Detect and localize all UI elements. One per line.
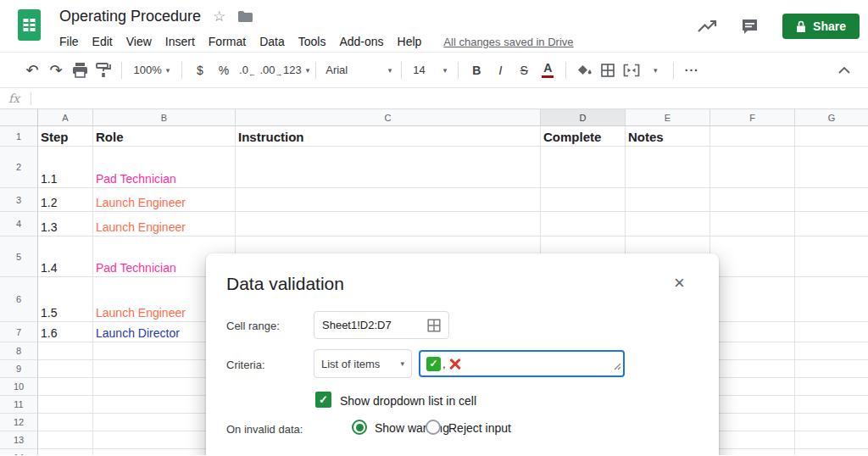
font-family-select[interactable]: Arial ▾ bbox=[322, 58, 395, 82]
menu-file[interactable]: File bbox=[58, 33, 86, 50]
share-button[interactable]: Share bbox=[782, 14, 860, 39]
print-button[interactable] bbox=[68, 58, 92, 82]
row-header[interactable]: 5 bbox=[0, 236, 38, 277]
reject-input-radio[interactable] bbox=[426, 420, 441, 435]
cell-d3[interactable] bbox=[541, 188, 626, 212]
cell-g2[interactable] bbox=[795, 147, 868, 188]
cell-f3[interactable] bbox=[710, 188, 795, 212]
cell[interactable] bbox=[795, 414, 868, 431]
col-header-c[interactable]: C bbox=[236, 109, 541, 126]
star-icon[interactable]: ☆ bbox=[213, 9, 225, 24]
increase-decimal-button[interactable]: .00 → bbox=[259, 58, 283, 82]
col-header-a[interactable]: A bbox=[38, 109, 93, 126]
borders-button[interactable] bbox=[596, 58, 620, 82]
cell-b2[interactable]: Pad Technician bbox=[93, 147, 236, 188]
cell[interactable] bbox=[38, 431, 93, 449]
col-header-e[interactable]: E bbox=[626, 109, 710, 126]
row-header[interactable]: 6 bbox=[0, 277, 38, 322]
zoom-select[interactable]: 100% ▾ bbox=[128, 58, 175, 82]
cell[interactable] bbox=[710, 342, 795, 360]
cell[interactable] bbox=[38, 342, 93, 360]
saved-status[interactable]: All changes saved in Drive bbox=[443, 36, 573, 48]
menu-format[interactable]: Format bbox=[202, 33, 253, 50]
cell-range-input[interactable]: Sheet1!D2:D7 bbox=[314, 311, 449, 339]
row-header[interactable]: 8 bbox=[0, 342, 38, 360]
cell[interactable] bbox=[38, 378, 93, 396]
col-header-f[interactable]: F bbox=[710, 109, 795, 126]
cell-f5[interactable] bbox=[710, 236, 795, 277]
row-header[interactable]: 3 bbox=[0, 188, 38, 212]
select-all-corner[interactable] bbox=[0, 109, 38, 126]
row-header[interactable]: 2 bbox=[0, 147, 38, 188]
col-header-g[interactable]: G bbox=[795, 109, 868, 126]
menu-addons[interactable]: Add-ons bbox=[332, 33, 390, 50]
cell[interactable] bbox=[710, 378, 795, 396]
row-header[interactable]: 7 bbox=[0, 322, 38, 342]
cell-g5[interactable] bbox=[795, 236, 868, 277]
menu-view[interactable]: View bbox=[120, 33, 159, 50]
cell[interactable] bbox=[710, 449, 795, 455]
col-header-d-selected[interactable]: D bbox=[541, 109, 626, 126]
cell-a4[interactable]: 1.3 bbox=[38, 212, 93, 236]
more-toolbar-button[interactable]: ··· bbox=[680, 58, 704, 82]
explore-stats-button[interactable] bbox=[697, 19, 719, 34]
cell-g1[interactable] bbox=[795, 126, 868, 147]
paint-format-button[interactable] bbox=[92, 58, 115, 82]
formula-input[interactable] bbox=[38, 88, 868, 108]
cell[interactable] bbox=[710, 360, 795, 378]
text-color-button[interactable]: A bbox=[536, 58, 559, 82]
format-currency-button[interactable]: $ bbox=[188, 58, 212, 82]
resize-handle-icon[interactable] bbox=[614, 359, 621, 374]
row-header[interactable]: 11 bbox=[0, 396, 38, 414]
row-header[interactable]: 12 bbox=[0, 414, 38, 431]
cell[interactable] bbox=[38, 414, 93, 431]
cell-f6[interactable] bbox=[710, 277, 795, 322]
bold-button[interactable]: B bbox=[465, 58, 488, 82]
criteria-items-input[interactable]: ✓ , bbox=[419, 350, 625, 377]
cell[interactable] bbox=[795, 360, 868, 378]
menu-edit[interactable]: Edit bbox=[86, 33, 120, 50]
row-header[interactable]: 1 bbox=[0, 126, 38, 147]
criteria-type-select[interactable]: List of items ▾ bbox=[314, 349, 412, 378]
cell-d2[interactable] bbox=[541, 147, 626, 188]
format-percent-button[interactable]: % bbox=[212, 58, 236, 82]
cell-a1[interactable]: Step bbox=[38, 126, 93, 147]
sheets-logo-icon[interactable] bbox=[18, 9, 41, 44]
cell-d4[interactable] bbox=[541, 212, 626, 236]
collapse-toolbar-button[interactable] bbox=[832, 58, 856, 82]
show-warning-radio[interactable] bbox=[352, 420, 367, 435]
cell-a5[interactable]: 1.4 bbox=[38, 236, 93, 277]
row-header[interactable]: 13 bbox=[0, 431, 38, 449]
show-dropdown-checkbox[interactable]: ✓ bbox=[315, 392, 331, 408]
merge-cells-button[interactable] bbox=[620, 58, 643, 82]
font-size-select[interactable]: 14 ▾ bbox=[408, 58, 452, 82]
cell-g7[interactable] bbox=[795, 322, 868, 342]
cell[interactable] bbox=[795, 378, 868, 396]
cell-f4[interactable] bbox=[710, 212, 795, 236]
comments-button[interactable] bbox=[741, 18, 759, 36]
cell-c3[interactable] bbox=[236, 188, 541, 212]
cell-b3[interactable]: Launch Engineer bbox=[93, 188, 236, 212]
row-header[interactable]: 9 bbox=[0, 360, 38, 378]
cell[interactable] bbox=[38, 396, 93, 414]
close-icon[interactable]: × bbox=[674, 274, 685, 292]
grid-picker-icon[interactable] bbox=[427, 319, 441, 332]
cell-b1[interactable]: Role bbox=[93, 126, 236, 147]
cell-a7[interactable]: 1.6 bbox=[38, 322, 93, 342]
row-header[interactable]: 14 bbox=[0, 449, 38, 455]
cell-g6[interactable] bbox=[795, 277, 868, 322]
cell-g3[interactable] bbox=[795, 188, 868, 212]
cell[interactable] bbox=[710, 396, 795, 414]
menu-help[interactable]: Help bbox=[391, 33, 429, 50]
fill-color-button[interactable] bbox=[572, 58, 596, 82]
cell-e4[interactable] bbox=[626, 212, 710, 236]
menu-data[interactable]: Data bbox=[253, 33, 292, 50]
cell-a6[interactable]: 1.5 bbox=[38, 277, 93, 322]
show-dropdown-label[interactable]: Show dropdown list in cell bbox=[340, 394, 476, 408]
cell-c2[interactable] bbox=[236, 147, 541, 188]
cell[interactable] bbox=[795, 431, 868, 449]
reject-input-label[interactable]: Reject input bbox=[448, 421, 511, 435]
folder-icon[interactable] bbox=[237, 10, 253, 23]
decrease-decimal-button[interactable]: .0 ← bbox=[236, 58, 259, 82]
cell[interactable] bbox=[795, 449, 868, 455]
